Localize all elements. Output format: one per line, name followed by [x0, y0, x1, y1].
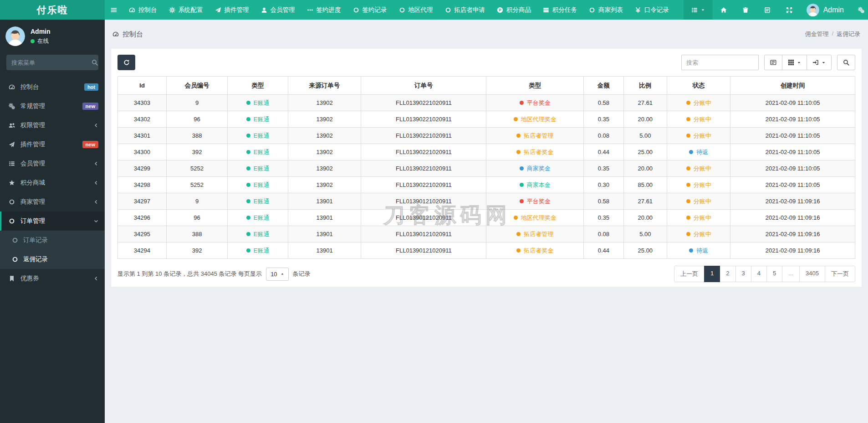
- nav-item-1[interactable]: 系统配置: [163, 0, 209, 20]
- search-button[interactable]: [837, 55, 855, 70]
- sidebar-item-1[interactable]: 常规管理new: [0, 97, 105, 116]
- menu-item-label: 商家管理: [20, 198, 89, 206]
- cell-id: 34303: [118, 95, 167, 111]
- table-row[interactable]: 343039E账通13902FLL01390221020911平台奖金0.582…: [118, 95, 855, 111]
- status-dot: [686, 216, 690, 220]
- sidebar-item-2[interactable]: 权限管理: [0, 116, 105, 135]
- nav-item-label: 会员管理: [271, 6, 295, 14]
- cell-member: 392: [166, 144, 227, 160]
- table-row[interactable]: 34294392E账通13901FLL01390121020911拓店者奖金0.…: [118, 242, 855, 259]
- page-button-4[interactable]: 4: [751, 266, 767, 282]
- cell-source-order: 13901: [288, 210, 361, 226]
- page-button-5[interactable]: 5: [766, 266, 782, 282]
- sidebar-subitem-1[interactable]: 返佣记录: [0, 250, 105, 269]
- nav-item-label: 拓店者申请: [454, 6, 485, 14]
- sidebar-item-7[interactable]: 订单管理: [0, 212, 105, 231]
- column-header-6: 金额: [584, 77, 623, 95]
- status-dot: [246, 117, 250, 121]
- menu-item-label: 优惠券: [20, 274, 89, 283]
- sidebar-item-6[interactable]: 商家管理: [0, 192, 105, 212]
- nav-item-5[interactable]: 签约记录: [347, 0, 393, 20]
- cell-type: E账通: [228, 128, 288, 144]
- menu-item-label: 插件管理: [20, 140, 77, 149]
- cell-member: 9: [166, 95, 227, 111]
- cell-member: 388: [166, 226, 227, 242]
- brand-logo[interactable]: 付乐啦: [0, 0, 105, 20]
- cell-member: 9: [166, 193, 227, 210]
- nav-item-11[interactable]: 口令记录: [629, 0, 675, 20]
- chevron-left-icon: [94, 160, 98, 167]
- chevron-left-icon: [94, 275, 98, 282]
- page-button-1[interactable]: 1: [704, 266, 720, 282]
- page-size-select[interactable]: 10: [266, 268, 288, 281]
- page-button-2[interactable]: 2: [720, 266, 735, 282]
- page-button-...: ...: [782, 266, 800, 282]
- cell-created: 2021-02-09 11:09:16: [730, 242, 855, 259]
- cell-type: E账通: [228, 95, 288, 111]
- detail-view-icon: [770, 59, 776, 66]
- user-menu[interactable]: Admin: [800, 0, 850, 20]
- table-search-input[interactable]: [681, 55, 759, 70]
- settings-button[interactable]: [850, 0, 868, 20]
- table-row[interactable]: 342985252E账通13902FLL01390221020911商家本金0.…: [118, 177, 855, 193]
- table-row[interactable]: 342979E账通13901FLL01390121020911平台奖金0.582…: [118, 193, 855, 210]
- cell-amount: 0.44: [584, 242, 623, 259]
- avatar: [5, 26, 25, 46]
- clear-cache-button[interactable]: [735, 0, 756, 20]
- nav-item-2[interactable]: 插件管理: [209, 0, 255, 20]
- table-row[interactable]: 34295388E账通13901FLL01390121020911拓店者管理0.…: [118, 226, 855, 242]
- cell-created: 2021-02-09 11:09:16: [730, 210, 855, 226]
- sidebar-item-3[interactable]: 插件管理new: [0, 135, 105, 154]
- toolbar-right: [681, 55, 855, 70]
- sidebar-toggle-button[interactable]: [105, 0, 123, 20]
- nav-item-3[interactable]: 会员管理: [255, 0, 301, 20]
- page-button-3405[interactable]: 3405: [799, 266, 825, 282]
- table-row[interactable]: 342995252E账通13902FLL01390221020911商家奖金0.…: [118, 160, 855, 177]
- circle-icon: [353, 7, 359, 13]
- status-dot: [520, 166, 524, 170]
- status-dot: [516, 232, 521, 236]
- sidebar-item-0[interactable]: 控制台hot: [0, 77, 105, 97]
- sidebar-item-5[interactable]: 积分商城: [0, 173, 105, 192]
- nav-item-9[interactable]: 积分任务: [537, 0, 583, 20]
- nav-item-label: 签约进度: [317, 6, 341, 14]
- nav-item-4[interactable]: 签约进度: [301, 0, 347, 20]
- export-button[interactable]: [807, 55, 832, 70]
- sidebar-item-4[interactable]: 会员管理: [0, 154, 105, 173]
- cell-amount: 0.58: [584, 95, 623, 111]
- page-button-3[interactable]: 3: [735, 266, 751, 282]
- nav-item-7[interactable]: 拓店者申请: [439, 0, 491, 20]
- refresh-button[interactable]: [117, 55, 135, 70]
- table-row[interactable]: 34301388E账通13902FLL01390221020911拓店者管理0.…: [118, 128, 855, 144]
- page-button-下一页[interactable]: 下一页: [825, 266, 855, 282]
- nav-item-0[interactable]: 控制台: [123, 0, 163, 20]
- breadcrumb-parent[interactable]: 佣金管理: [805, 30, 828, 38]
- detail-view-button[interactable]: [764, 55, 782, 70]
- nav-item-10[interactable]: 商家列表: [583, 0, 629, 20]
- sidebar-user-name: Admin: [31, 28, 51, 35]
- table-footer: 显示第 1 到第 10 条记录，总共 34045 条记录 每页显示 10 条记录…: [117, 266, 855, 282]
- columns-button[interactable]: [782, 55, 807, 70]
- table-row[interactable]: 34300392E账通13902FLL01390221020911拓店者奖金0.…: [118, 144, 855, 160]
- sidebar-subitem-0[interactable]: 订单记录: [0, 231, 105, 250]
- fullscreen-button[interactable]: [778, 0, 800, 20]
- notes-button[interactable]: [756, 0, 778, 20]
- nav-item-6[interactable]: 地区代理: [393, 0, 439, 20]
- circle-icon: [589, 7, 595, 13]
- page-button-上一页[interactable]: 上一页: [674, 266, 705, 282]
- home-button[interactable]: [713, 0, 735, 20]
- cell-order-no: FLL01390121020911: [361, 242, 486, 259]
- tasks-dropdown-button[interactable]: [684, 0, 713, 20]
- cell-amount: 0.35: [584, 210, 623, 226]
- table-row[interactable]: 3429696E账通13901FLL01390121020911地区代理奖金0.…: [118, 210, 855, 226]
- cell-type: E账通: [228, 193, 288, 210]
- status-dot: [686, 199, 690, 203]
- nav-item-8[interactable]: P积分商品: [491, 0, 537, 20]
- cell-created: 2021-02-09 11:10:05: [730, 160, 855, 177]
- search-icon[interactable]: [92, 59, 98, 66]
- menu-item-label: 订单记录: [23, 236, 98, 244]
- table-row[interactable]: 3430296E账通13902FLL01390221020911地区代理奖金0.…: [118, 111, 855, 128]
- sidebar-search-input[interactable]: [11, 59, 92, 66]
- sidebar-item-8[interactable]: 优惠券: [0, 269, 105, 288]
- star-icon: [8, 180, 15, 186]
